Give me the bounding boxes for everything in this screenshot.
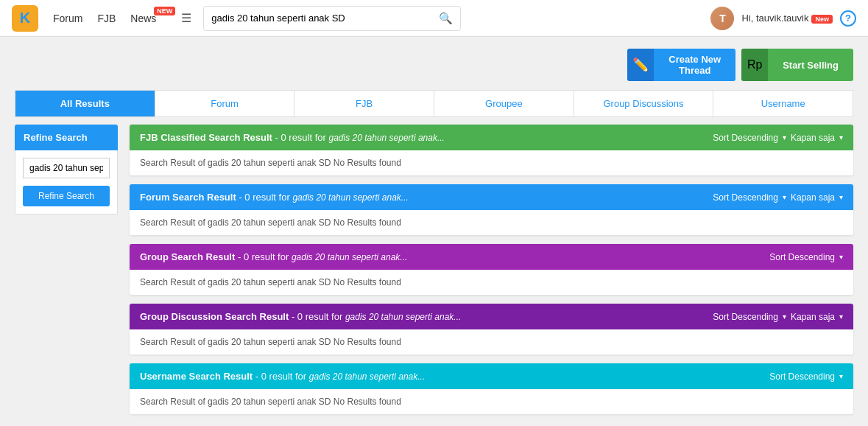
- forum-time-dropdown[interactable]: ▾: [839, 193, 843, 201]
- group-discussion-time-dropdown[interactable]: ▾: [839, 312, 843, 321]
- sidebar-search-input[interactable]: [23, 158, 110, 178]
- fjb-result-query: gadis 20 tahun seperti anak...: [329, 133, 445, 143]
- results: FJB Classified Search Result - 0 result …: [130, 125, 853, 423]
- nav-news[interactable]: News NEW: [130, 13, 166, 24]
- fjb-result-title-area: FJB Classified Search Result - 0 result …: [140, 132, 445, 143]
- group-result-header: Group Search Result - 0 result for gadis…: [130, 244, 853, 270]
- username-result-count: - 0 result for: [255, 371, 306, 382]
- forum-result-section: Forum Search Result - 0 result for gadis…: [130, 184, 853, 235]
- group-discussion-sort-dropdown[interactable]: ▾: [783, 312, 786, 321]
- hamburger-icon[interactable]: ☰: [181, 11, 191, 25]
- fjb-result-title: FJB Classified Search Result: [140, 132, 272, 143]
- header-right: T Hi, tauvik.tauvik New ?: [710, 7, 856, 30]
- search-button[interactable]: 🔍: [431, 12, 460, 25]
- fjb-sort-label: Sort Descending: [713, 133, 778, 143]
- logo-letter: K: [20, 10, 30, 27]
- group-discussion-result-header: Group Discussion Search Result - 0 resul…: [130, 304, 853, 329]
- new-badge: NEW: [154, 7, 175, 15]
- fjb-result-header: FJB Classified Search Result - 0 result …: [130, 125, 853, 150]
- start-selling-icon: Rp: [741, 49, 768, 81]
- group-discussion-sort-label: Sort Descending: [713, 312, 778, 322]
- fjb-result-controls: Sort Descending ▾ Kapan saja ▾: [713, 133, 843, 143]
- fjb-time-dropdown[interactable]: ▾: [839, 133, 843, 142]
- header: K Forum FJB News NEW ☰ 🔍 T Hi, tauvik.ta…: [0, 0, 868, 37]
- search-input[interactable]: [204, 13, 431, 24]
- forum-result-title: Forum Search Result: [140, 192, 236, 203]
- username-sort-label: Sort Descending: [769, 371, 835, 382]
- forum-result-title-area: Forum Search Result - 0 result for gadis…: [140, 192, 409, 203]
- user-greeting: Hi, tauvik.tauvik: [741, 13, 808, 24]
- group-discussion-result-section: Group Discussion Search Result - 0 resul…: [130, 304, 853, 355]
- group-result-body: Search Result of gadis 20 tahun seperti …: [130, 270, 853, 295]
- tab-forum[interactable]: Forum: [155, 91, 295, 116]
- group-result-query: gadis 20 tahun seperti anak...: [292, 252, 407, 262]
- forum-result-body: Search Result of gadis 20 tahun seperti …: [130, 210, 853, 235]
- group-sort-dropdown[interactable]: ▾: [839, 253, 843, 261]
- group-result-section: Group Search Result - 0 result for gadis…: [130, 244, 853, 295]
- group-result-controls: Sort Descending ▾: [769, 252, 843, 262]
- nav-items: Forum FJB News NEW: [53, 13, 166, 24]
- forum-time-label: Kapan saja: [791, 192, 835, 203]
- group-discussion-result-controls: Sort Descending ▾ Kapan saja ▾: [713, 312, 843, 322]
- group-discussion-result-title: Group Discussion Search Result: [140, 311, 289, 322]
- create-thread-icon: ✏️: [627, 49, 654, 81]
- sidebar-title: Refine Search: [15, 125, 118, 150]
- action-bar: ✏️ Create New Thread Rp Start Selling: [0, 37, 868, 90]
- logo[interactable]: K: [12, 5, 38, 32]
- main-content: Refine Search Refine Search FJB Classifi…: [15, 125, 853, 423]
- group-discussion-result-query: gadis 20 tahun seperti anak...: [345, 312, 461, 322]
- nav-forum[interactable]: Forum: [53, 13, 82, 24]
- tab-username[interactable]: Username: [713, 91, 853, 116]
- tab-all-results[interactable]: All Results: [15, 91, 155, 116]
- username-result-title: Username Search Result: [140, 371, 253, 382]
- group-result-count: - 0 result for: [238, 251, 289, 262]
- username-result-body: Search Result of gadis 20 tahun seperti …: [130, 389, 853, 414]
- username-result-header: Username Search Result - 0 result for ga…: [130, 363, 853, 389]
- forum-result-controls: Sort Descending ▾ Kapan saja ▾: [713, 192, 843, 203]
- header-new-badge: New: [811, 15, 833, 24]
- nav-fjb[interactable]: FJB: [97, 13, 116, 24]
- forum-result-count: - 0 result for: [239, 192, 289, 203]
- group-discussion-time-label: Kapan saja: [791, 312, 835, 322]
- search-bar: 🔍: [203, 6, 461, 31]
- tab-fjb[interactable]: FJB: [294, 91, 434, 116]
- fjb-sort-dropdown[interactable]: ▾: [783, 133, 786, 142]
- username-result-query: gadis 20 tahun seperti anak...: [309, 371, 425, 382]
- username-result-title-area: Username Search Result - 0 result for ga…: [140, 371, 425, 382]
- avatar: T: [710, 7, 734, 30]
- help-icon[interactable]: ?: [840, 10, 856, 27]
- start-selling-button[interactable]: Start Selling: [768, 49, 853, 81]
- tab-groupee[interactable]: Groupee: [434, 91, 574, 116]
- fjb-time-label: Kapan saja: [791, 133, 835, 143]
- forum-result-header: Forum Search Result - 0 result for gadis…: [130, 184, 853, 210]
- fjb-result-section: FJB Classified Search Result - 0 result …: [130, 125, 853, 175]
- forum-sort-label: Sort Descending: [713, 192, 778, 203]
- sidebar: Refine Search Refine Search: [15, 125, 118, 423]
- group-result-title-area: Group Search Result - 0 result for gadis…: [140, 251, 407, 262]
- sidebar-refine-button[interactable]: Refine Search: [23, 186, 110, 206]
- group-discussion-result-body: Search Result of gadis 20 tahun seperti …: [130, 329, 853, 355]
- fjb-result-count: - 0 result for: [275, 132, 326, 143]
- forum-result-query: gadis 20 tahun seperti anak...: [292, 192, 408, 203]
- create-thread-button[interactable]: Create New Thread: [654, 49, 735, 81]
- group-sort-label: Sort Descending: [769, 252, 835, 262]
- fjb-result-body: Search Result of gadis 20 tahun seperti …: [130, 150, 853, 175]
- username-result-controls: Sort Descending ▾: [769, 371, 843, 382]
- tab-group-discussions[interactable]: Group Discussions: [574, 91, 714, 116]
- sidebar-body: Refine Search: [15, 150, 118, 214]
- username-result-section: Username Search Result - 0 result for ga…: [130, 363, 853, 414]
- group-result-title: Group Search Result: [140, 251, 235, 262]
- group-discussion-result-title-area: Group Discussion Search Result - 0 resul…: [140, 311, 461, 322]
- username-sort-dropdown[interactable]: ▾: [839, 372, 843, 380]
- forum-sort-dropdown[interactable]: ▾: [783, 193, 786, 201]
- group-discussion-result-count: - 0 result for: [292, 311, 342, 322]
- tabs: All Results Forum FJB Groupee Group Disc…: [15, 90, 853, 117]
